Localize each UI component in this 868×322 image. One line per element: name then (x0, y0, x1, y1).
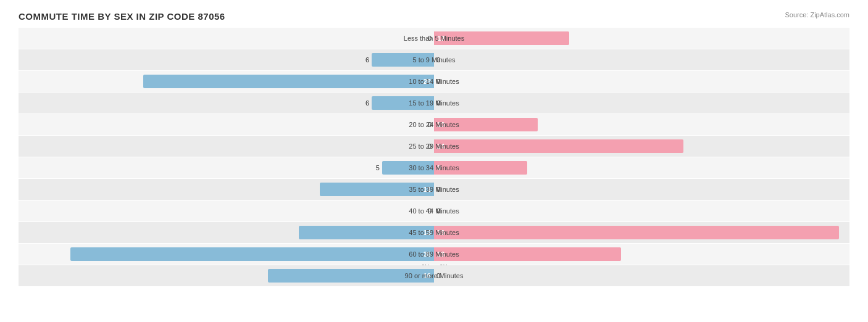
right-section: 0 (434, 265, 849, 286)
female-value-zero: 0 (436, 56, 440, 64)
right-section: 10 (434, 114, 849, 135)
table-row: 530 to 34 Minutes9 (19, 157, 849, 178)
table-row: 3560 to 89 Minutes18 (19, 244, 849, 265)
male-value-zero: 0 (428, 35, 432, 42)
female-value-zero: 0 (436, 99, 440, 107)
right-section: 0 (434, 71, 849, 92)
female-value-zero: 0 (436, 207, 440, 215)
right-section: 39 (434, 222, 849, 243)
table-row: 1135 to 39 Minutes0 (19, 179, 849, 200)
right-section: 0 (434, 179, 849, 200)
female-bar: 9 (434, 161, 527, 175)
table-row: 020 to 24 Minutes10 (19, 114, 849, 135)
right-section: 0 (434, 49, 849, 70)
male-value: 6 (365, 56, 369, 64)
source-label: Source: ZipAtlas.com (785, 11, 849, 19)
chart-container: COMMUTE TIME BY SEX IN ZIP CODE 87056 So… (0, 0, 868, 322)
male-bar: 13 (299, 226, 434, 239)
male-value: 5 (376, 164, 380, 171)
male-bar (382, 161, 434, 175)
male-bar: 35 (70, 247, 434, 261)
left-section: 5 (19, 157, 434, 178)
left-section: 0 (19, 114, 434, 135)
female-value-zero: 0 (436, 78, 440, 85)
left-section: 28 (19, 71, 434, 92)
male-value: 11 (424, 186, 431, 193)
female-bar: 10 (434, 118, 538, 131)
right-section: 13 (434, 28, 849, 49)
left-section: 6 (19, 49, 434, 70)
left-section: 35 (19, 244, 434, 265)
left-section: 0 (19, 28, 434, 49)
right-section: 9 (434, 157, 849, 178)
male-value: 6 (365, 99, 369, 107)
left-section: 0 (19, 200, 434, 221)
male-bar: 28 (143, 75, 434, 88)
male-value-zero: 0 (428, 121, 432, 128)
right-section: 18 (434, 244, 849, 265)
table-row: 1690 or more Minutes0 (19, 265, 849, 286)
female-value: 18 (437, 250, 444, 258)
rows-container: 0Less than 5 Minutes1365 to 9 Minutes028… (19, 28, 849, 258)
male-bar (372, 96, 434, 110)
female-value: 39 (437, 229, 444, 236)
female-value-zero: 0 (436, 186, 440, 193)
female-value: 13 (437, 35, 444, 42)
chart-title: COMMUTE TIME BY SEX IN ZIP CODE 87056 (19, 11, 849, 22)
female-bar: 18 (434, 247, 621, 261)
table-row: 040 to 44 Minutes0 (19, 200, 849, 221)
male-bar: 11 (320, 183, 434, 196)
female-value-zero: 0 (436, 272, 440, 279)
male-value: 35 (424, 250, 431, 258)
female-value: 9 (437, 164, 441, 171)
table-row: 1345 to 59 Minutes39 (19, 222, 849, 243)
male-value-zero: 0 (428, 142, 432, 150)
female-value: 24 (437, 142, 444, 150)
male-value: 16 (424, 272, 431, 279)
left-section: 16 (19, 265, 434, 286)
table-row: 025 to 29 Minutes24 (19, 136, 849, 157)
right-section: 0 (434, 93, 849, 114)
female-bar: 13 (434, 31, 569, 45)
right-section: 24 (434, 136, 849, 157)
male-bar: 16 (268, 269, 434, 283)
left-section: 0 (19, 136, 434, 157)
male-bar (372, 53, 434, 67)
female-bar: 24 (434, 139, 683, 153)
female-bar: 39 (434, 226, 839, 239)
table-row: 2810 to 14 Minutes0 (19, 71, 849, 92)
male-value-zero: 0 (428, 207, 432, 215)
left-section: 6 (19, 93, 434, 114)
male-value: 13 (424, 229, 431, 236)
male-value: 28 (424, 78, 431, 85)
left-section: 13 (19, 222, 434, 243)
table-row: 65 to 9 Minutes0 (19, 49, 849, 70)
table-row: 0Less than 5 Minutes13 (19, 28, 849, 49)
chart-area: 0Less than 5 Minutes1365 to 9 Minutes028… (19, 28, 849, 277)
female-value: 10 (437, 121, 444, 128)
right-section: 0 (434, 200, 849, 221)
left-section: 11 (19, 179, 434, 200)
table-row: 615 to 19 Minutes0 (19, 93, 849, 114)
